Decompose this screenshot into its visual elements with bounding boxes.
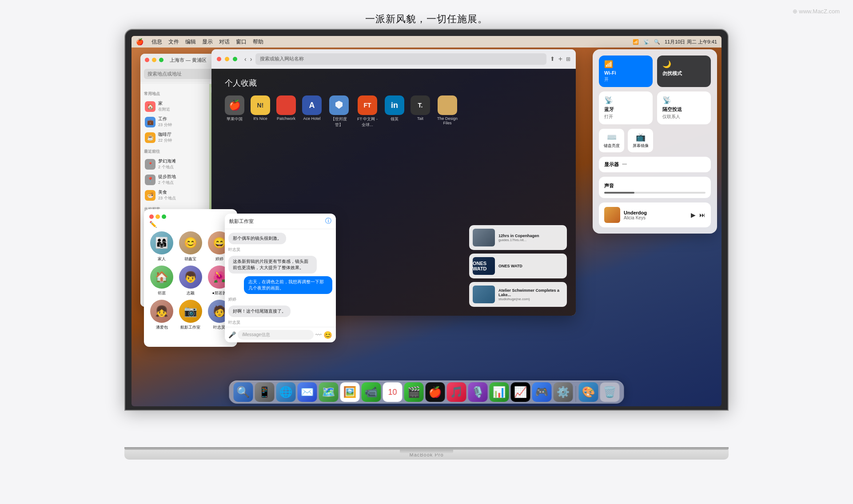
safari-url-bar[interactable]: 搜索或输入网站名称 (255, 53, 546, 65)
maps-place-work-icon: 💼 (145, 117, 155, 127)
fav-app-shibang[interactable]: 【世邦度管】 (328, 95, 350, 128)
cc-volume-slider[interactable] (604, 192, 706, 194)
dock-icon-trash[interactable]: 🗑️ (600, 382, 620, 402)
cc-keyboard-icon: ⌨️ (602, 132, 621, 142)
cc-airdrop-sublabel: 仅联系人 (662, 114, 706, 120)
cp-tl-yellow[interactable] (155, 214, 160, 219)
cc-bluetooth-tile[interactable]: 📡 蓝牙 打开 (599, 91, 653, 124)
dock-icon-podcasts[interactable]: 🎙️ (468, 382, 488, 402)
menubar-item-window[interactable]: 窗口 (236, 38, 247, 46)
cc-display-label: 显示器 (604, 162, 619, 167)
dock-icon-maps[interactable]: 🗺️ (319, 382, 339, 402)
imsg-info-icon[interactable]: ⓘ (325, 217, 331, 225)
safari-traffic-red[interactable] (217, 57, 221, 61)
menubar-item-help[interactable]: 帮助 (253, 38, 263, 46)
dock-icon-mail[interactable]: ✉️ (298, 382, 317, 402)
menubar-item-conversation[interactable]: 对话 (219, 38, 230, 46)
maps-place-work[interactable]: 💼 工作 23 分钟 (144, 114, 206, 130)
maps-recent-0[interactable]: 📍 梦幻海滩 2 个地点 (144, 156, 206, 172)
dock-icon-safari[interactable]: 🌐 (276, 382, 296, 402)
dock-icon-numbers[interactable]: 📊 (490, 382, 509, 402)
maps-place-home[interactable]: 🏠 家 在附近 (144, 99, 206, 114)
fav-app-shibang-label: 【世邦度管】 (328, 116, 350, 128)
fav-app-tait[interactable]: T. Tait (411, 95, 430, 121)
fav-app-apple[interactable]: 🍎 苹果中国 (225, 95, 244, 122)
imsg-audio-wave-icon[interactable]: 〰 (315, 331, 322, 338)
fav-app-ft[interactable]: FT FT 中文网 - 全球... (356, 95, 379, 128)
menubar-item-view[interactable]: 显示 (202, 38, 213, 46)
fav-app-itsnice[interactable]: N! It's Nice (251, 95, 270, 121)
safari-traffic-yellow[interactable] (225, 57, 229, 61)
contact-neighbor[interactable]: 🏠 邻居 (149, 266, 175, 296)
cc-forward-icon[interactable]: ⏭ (699, 211, 706, 218)
traffic-light-green[interactable] (159, 58, 163, 62)
imsg-emoji-icon[interactable]: 😊 (323, 331, 332, 339)
content-card-0[interactable]: 12hrs in Copenhagen guides.17hrs.nit... (469, 225, 567, 250)
maps-place-work-name: 工作 (158, 116, 172, 122)
dock-icon-camera[interactable]: 🎨 (579, 382, 598, 402)
cc-play-icon[interactable]: ▶ (691, 211, 696, 218)
content-card-2[interactable]: ONES WATD ONES WATD (469, 254, 567, 278)
contact-zhiying[interactable]: 👦 志颖 (178, 266, 203, 296)
contact-huxinbao[interactable]: 😊 胡鑫宝 (178, 231, 203, 262)
contact-jiaren-name: 家人 (158, 256, 166, 262)
maps-recent-2[interactable]: 🍜 美食 23 个地点 (144, 187, 206, 203)
safari-traffic-green[interactable] (233, 57, 237, 61)
cp-tl-green[interactable] (162, 214, 166, 219)
dock-icon-facetime[interactable]: 📹 (362, 382, 381, 402)
contact-hanying[interactable]: 📷 航影工作室 (178, 300, 203, 330)
menubar: 🍎 信息 文件 编辑 显示 对话 窗口 帮助 📶 📡 🔍 (132, 36, 721, 48)
cc-music-title: Underdog (624, 210, 687, 215)
fav-app-patchwork[interactable]: Patchwork (276, 95, 296, 121)
contact-jiaren[interactable]: 👨‍👩‍👧 家人 (149, 231, 175, 262)
fav-app-acehotel[interactable]: A Ace Hotel (302, 95, 322, 121)
cp-tl-red[interactable] (149, 214, 154, 219)
maps-recent-1[interactable]: 📍 徒步胜地 2 个地点 (144, 172, 206, 187)
safari-add-tab-icon[interactable]: + (558, 55, 562, 63)
dock-icon-music[interactable]: 🎵 (447, 382, 466, 402)
dock-icon-appstore[interactable]: 🎮 (532, 382, 552, 402)
menubar-item-edit[interactable]: 编辑 (185, 38, 196, 46)
dock-icon-settings[interactable]: ⚙️ (554, 382, 573, 402)
menubar-item-info[interactable]: 信息 (151, 38, 162, 46)
content-card-1[interactable]: Atelier Schwimmer Completes a Lake... st… (469, 282, 567, 307)
traffic-light-red[interactable] (145, 58, 149, 62)
apple-menu-icon[interactable]: 🍎 (136, 38, 143, 45)
traffic-light-yellow[interactable] (152, 58, 156, 62)
wifi-menubar-icon[interactable]: 📶 (633, 39, 639, 45)
cc-volume-fill (604, 192, 634, 194)
fav-app-designfiles[interactable]: The Design Files (436, 95, 458, 125)
safari-tabs-icon[interactable]: ⊞ (566, 56, 570, 62)
imsg-input-row: 🎤 iMessage信息 〰 😊 (225, 327, 336, 342)
safari-share-icon[interactable]: ⬆ (550, 56, 555, 62)
cc-airdrop-tile[interactable]: 📡 隔空投送 仅联系人 (657, 91, 711, 124)
dock-icon-calendar[interactable]: 10 (383, 382, 403, 402)
search-menubar-icon[interactable]: 🔍 (654, 39, 660, 45)
cc-wifi-sublabel: 开 (604, 76, 647, 83)
contact-hanying-name: 航影工作室 (180, 325, 200, 330)
contact-panaibao[interactable]: 👧 潘爱包 (149, 300, 175, 330)
cc-screen-tile[interactable]: 📺 屏幕镜像 (628, 129, 653, 152)
imsg-audio-icon[interactable]: 🎤 (228, 331, 236, 338)
safari-forward-button[interactable]: › (250, 56, 252, 63)
cc-music-artist: Alicia Keys (624, 215, 687, 220)
fav-app-apple-icon: 🍎 (225, 95, 244, 115)
dock-icon-photos[interactable]: 🖼️ (340, 382, 360, 402)
dock-icon-messages[interactable]: 🎬 (404, 382, 424, 402)
dock-icon-launchpad[interactable]: 📱 (255, 382, 275, 402)
bluetooth-menubar-icon[interactable]: 📡 (643, 39, 650, 45)
fav-app-shibang-icon (329, 95, 349, 115)
contacts-compose-icon[interactable]: ✏️ (149, 221, 157, 228)
maps-place-cafe[interactable]: ☕ 咖啡厅 22 分钟 (144, 130, 206, 145)
cc-wifi-tile[interactable]: 📶 Wi-Fi 开 (599, 56, 653, 87)
cc-darkmode-tile[interactable]: 🌙 勿扰模式 (657, 56, 711, 87)
dock-icon-appletv[interactable]: 🍎 (426, 382, 445, 402)
watermark-text: www.MacZ.com (799, 8, 840, 15)
cc-keyboard-tile[interactable]: ⌨️ 键盘亮度 (599, 129, 624, 152)
imsg-text-input[interactable]: iMessage信息 (238, 330, 314, 340)
dock-icon-stocks[interactable]: 📈 (511, 382, 530, 402)
dock-icon-finder[interactable]: 🔍 (234, 382, 253, 402)
safari-back-button[interactable]: ‹ (244, 56, 247, 63)
fav-app-linkedin[interactable]: in 领英 (385, 95, 404, 122)
menubar-item-file[interactable]: 文件 (168, 38, 179, 46)
